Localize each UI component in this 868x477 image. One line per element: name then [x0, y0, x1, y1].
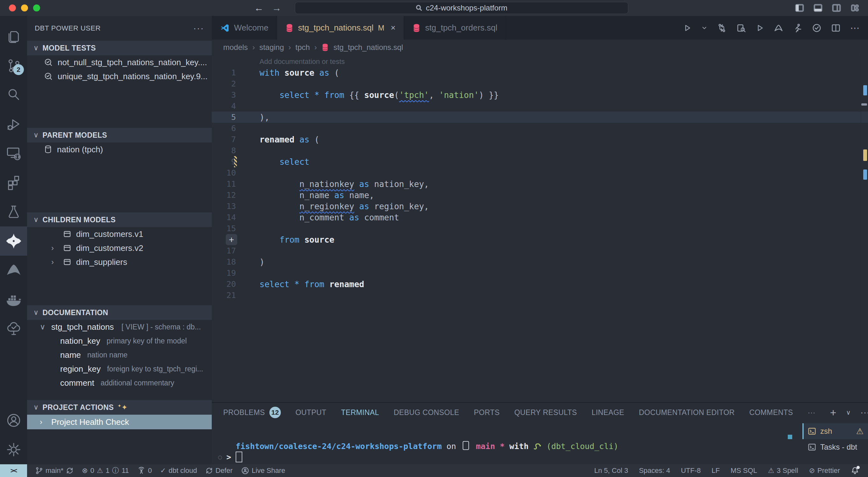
tab-stg-tpch-orders[interactable]: stg_tpch_orders.sql — [404, 16, 506, 40]
code-line[interactable]: 6 — [212, 123, 868, 134]
code-line[interactable]: 7renamed as ( — [212, 134, 868, 145]
compare-lineage-icon[interactable] — [717, 23, 726, 33]
tab-stg-tpch-nations[interactable]: stg_tpch_nations.sql M × — [277, 16, 404, 40]
doc-column-row[interactable]: comment additional commentary — [27, 376, 212, 390]
parent-model-item[interactable]: nation (tpch) — [27, 142, 212, 157]
panel-tab--[interactable]: ··· — [808, 408, 815, 417]
breadcrumb-item[interactable]: tpch — [296, 43, 310, 52]
branch-status[interactable]: main* — [35, 467, 73, 475]
child-model-item[interactable]: › dim_customers.v2 — [27, 241, 212, 255]
code-line[interactable]: 20select * from renamed — [212, 279, 868, 290]
activity-dbt-power-user[interactable] — [0, 227, 27, 256]
formatter-status[interactable]: ⊘ Prettier — [809, 467, 840, 475]
activity-testing[interactable] — [0, 197, 27, 227]
section-children-models[interactable]: ∨ CHILDREN MODELS — [27, 212, 212, 227]
remote-indicator[interactable]: >< — [0, 464, 27, 477]
code-line[interactable]: 1with source as ( — [212, 67, 868, 78]
doc-column-row[interactable]: name nation name — [27, 348, 212, 362]
section-model-tests[interactable]: ∨ MODEL TESTS — [27, 41, 212, 55]
split-editor-icon[interactable] — [831, 23, 841, 33]
customize-layout-icon[interactable] — [850, 3, 860, 13]
code-line[interactable]: 16+ from source — [212, 234, 868, 245]
doc-model-row[interactable]: ∨ stg_tpch_nations [ VIEW ] - schema : d… — [27, 320, 212, 334]
close-window-button[interactable] — [9, 4, 16, 11]
code-line[interactable]: 17 — [212, 245, 868, 256]
spell-checker-status[interactable]: ⚠ 3 Spell — [768, 467, 798, 475]
test-check-icon[interactable] — [812, 23, 822, 33]
code-line[interactable]: 14 n_comment as comment — [212, 212, 868, 223]
activity-docker[interactable] — [0, 285, 27, 314]
activity-source-control[interactable]: 2 — [0, 51, 27, 80]
code-line[interactable]: 19 — [212, 267, 868, 279]
section-documentation[interactable]: ∨ DOCUMENTATION — [27, 305, 212, 320]
panel-tab-problems[interactable]: PROBLEMS12 — [223, 407, 281, 418]
breadcrumb-item[interactable]: staging — [259, 43, 284, 52]
eol[interactable]: LF — [712, 467, 720, 475]
code-line[interactable]: 8 — [212, 145, 868, 156]
code-line[interactable]: 11 n_nationkey as nation_key, — [212, 178, 868, 190]
language-mode[interactable]: MS SQL — [731, 467, 757, 475]
zoom-window-button[interactable] — [33, 4, 40, 11]
section-parent-models[interactable]: ∨ PARENT MODELS — [27, 128, 212, 142]
run-icon[interactable] — [683, 24, 691, 32]
panel-tab-ports[interactable]: PORTS — [474, 408, 500, 417]
toggle-secondary-sidebar-icon[interactable] — [832, 3, 841, 13]
activity-run-debug[interactable] — [0, 109, 27, 139]
model-test-item[interactable]: not_null_stg_tpch_nations_nation_key.... — [27, 55, 212, 69]
chevron-down-icon[interactable]: ∨ — [846, 409, 851, 416]
defer-status[interactable]: Defer — [206, 467, 233, 475]
terminal-list-item[interactable]: zsh⚠ — [802, 423, 868, 439]
child-model-item[interactable]: dim_customers.v1 — [27, 227, 212, 241]
toggle-sidebar-icon[interactable] — [795, 3, 804, 13]
codelens-add-documentation[interactable]: Add documentation or tests — [259, 58, 345, 66]
panel-tab-debug-console[interactable]: DEBUG CONSOLE — [394, 408, 459, 417]
activity-explorer[interactable] — [0, 22, 27, 51]
doc-column-row[interactable]: nation_key primary key of the model — [27, 334, 212, 348]
panel-tab-terminal[interactable]: TERMINAL — [341, 408, 379, 417]
navigate-forward-icon[interactable]: → — [272, 3, 281, 13]
new-terminal-icon[interactable]: + — [830, 406, 836, 419]
add-action-button[interactable]: + — [226, 234, 237, 245]
code-line[interactable]: 2 — [212, 78, 868, 89]
live-share-status[interactable]: Live Share — [241, 467, 285, 475]
more-actions-icon[interactable]: ··· — [860, 407, 868, 417]
activity-settings[interactable] — [0, 435, 27, 464]
activity-search[interactable] — [0, 80, 27, 109]
code-line[interactable]: 15 — [212, 223, 868, 234]
panel-tab-comments[interactable]: COMMENTS — [749, 408, 793, 417]
panel-tab-query-results[interactable]: QUERY RESULTS — [514, 408, 577, 417]
navigate-back-icon[interactable]: ← — [254, 3, 264, 13]
activity-extensions[interactable] — [0, 168, 27, 197]
panel-tab-output[interactable]: OUTPUT — [296, 408, 327, 417]
code-editor[interactable]: Add documentation or tests 1with source … — [212, 55, 868, 402]
terminal-list-item[interactable]: Tasks - dbt — [802, 439, 868, 455]
panel-tab-documentation-editor[interactable]: DOCUMENTATION EDITOR — [639, 408, 735, 417]
activity-altimate[interactable] — [0, 256, 27, 285]
activity-project-health[interactable] — [0, 314, 27, 343]
activity-remote-explorer[interactable] — [0, 139, 27, 168]
preview-query-icon[interactable] — [736, 23, 746, 33]
doc-column-row[interactable]: region_key foreign key to stg_tpch_regi.… — [27, 362, 212, 376]
code-line[interactable]: 21 — [212, 290, 868, 301]
project-health-check-item[interactable]: › Project Health Check — [27, 415, 212, 429]
toggle-panel-icon[interactable] — [813, 3, 823, 13]
tab-welcome[interactable]: Welcome — [212, 16, 277, 40]
minimize-window-button[interactable] — [21, 4, 28, 11]
sidebar-more-actions-icon[interactable]: ··· — [193, 23, 204, 33]
problems-status[interactable]: ⊗ 0 ⚠ 1 ⓘ 11 — [82, 466, 129, 475]
notifications-bell[interactable] — [851, 467, 859, 475]
code-line[interactable]: 4 — [212, 101, 868, 112]
close-tab-icon[interactable]: × — [391, 23, 396, 33]
terminal-input-line[interactable]: ○ > — [218, 451, 242, 463]
code-line[interactable]: 13 n_regionkey as region_key, — [212, 201, 868, 212]
breadcrumb-item[interactable]: models — [223, 43, 248, 52]
cursor-position[interactable]: Ln 5, Col 3 — [594, 467, 628, 475]
breadcrumb-item[interactable]: stg_tpch_nations.sql — [333, 43, 403, 52]
code-line[interactable]: 9 select — [212, 156, 868, 167]
command-center-search[interactable]: c24-workshops-platform — [295, 2, 628, 14]
encoding[interactable]: UTF-8 — [681, 467, 701, 475]
code-line[interactable]: 3 select * from {{ source('tpch', 'natio… — [212, 89, 868, 101]
model-test-item[interactable]: unique_stg_tpch_nations_nation_key.9... — [27, 69, 212, 83]
dbt-cloud-status[interactable]: ✓ dbt cloud — [160, 467, 197, 475]
section-project-actions[interactable]: ∨ PROJECT ACTIONS ✦✦ — [27, 400, 212, 415]
